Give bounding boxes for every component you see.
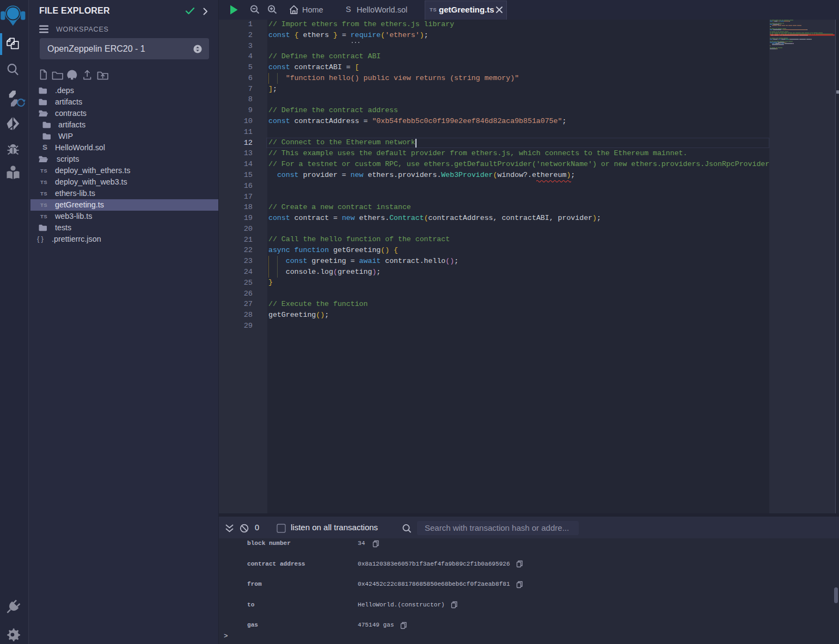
- svg-text:S: S: [346, 5, 351, 14]
